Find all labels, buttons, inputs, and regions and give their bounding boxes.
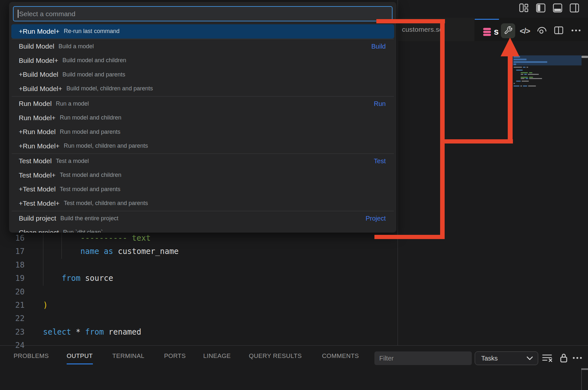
panel-scrollbar-track[interactable] xyxy=(581,368,582,390)
minimap-code-bar xyxy=(521,77,528,78)
panel-tab-comments[interactable]: COMMENTS xyxy=(322,352,359,363)
palette-item[interactable]: +Build Model+Build model, children and p… xyxy=(11,82,394,96)
code-line: 17 name as customer_name xyxy=(0,245,356,258)
line-number: 22 xyxy=(0,312,25,325)
customize-layout-icon[interactable] xyxy=(519,3,529,13)
palette-item-badge: Build xyxy=(372,43,394,50)
line-number: 19 xyxy=(0,272,25,285)
palette-item-description: Test a model xyxy=(56,158,89,165)
minimap[interactable] xyxy=(512,55,582,98)
more-actions-icon[interactable] xyxy=(571,26,582,34)
editor-scrollbar-thumb[interactable] xyxy=(582,56,588,58)
minimap-code-bar xyxy=(520,86,522,86)
palette-item-label: Clean project xyxy=(19,229,59,233)
split-editor-icon[interactable] xyxy=(554,26,563,34)
palette-item-description: Run model, children and parents xyxy=(64,143,148,149)
palette-item[interactable]: Test Model+Test model and children xyxy=(11,168,394,182)
toggle-panel-icon[interactable] xyxy=(553,3,562,13)
palette-item[interactable]: Test ModelTest a modelTest xyxy=(11,154,394,168)
wrench-icon xyxy=(504,26,513,36)
minimap-code-bar xyxy=(524,74,527,75)
panel-tab-problems[interactable]: PROBLEMS xyxy=(14,352,49,363)
clear-output-icon[interactable] xyxy=(542,353,553,364)
palette-item[interactable]: +Build ModelBuild model and parents xyxy=(11,68,394,82)
panel-tab-query-results[interactable]: QUERY RESULTS xyxy=(249,352,302,363)
panel-scrollbar-thumb[interactable] xyxy=(581,368,588,370)
dbt-database-icon[interactable] xyxy=(483,27,491,37)
palette-item-description: Build a model xyxy=(59,43,94,50)
palette-item[interactable]: Build Model+Build model and children xyxy=(11,53,394,68)
palette-item-label: +Build Model+ xyxy=(19,85,62,93)
editor-group-divider xyxy=(397,0,398,345)
minimap-code-bar xyxy=(521,74,523,75)
palette-item-label: +Test Model xyxy=(19,185,56,193)
command-list: +Run Model+Re-run last commandBuild Mode… xyxy=(9,24,396,233)
palette-item[interactable]: +Run ModelRun model and parents xyxy=(11,125,394,139)
toggle-sidebar-icon[interactable] xyxy=(536,3,546,13)
dbt-s-label: s xyxy=(494,27,499,37)
line-number: 18 xyxy=(0,258,25,272)
palette-item[interactable]: +Test ModelTest model and parents xyxy=(11,182,394,197)
dbt-build-actions-button[interactable] xyxy=(501,23,515,38)
minimap-code-bar xyxy=(514,67,522,68)
line-number: 20 xyxy=(0,285,25,299)
code-text: select * from renamed xyxy=(43,326,141,339)
minimap-code-bar xyxy=(516,81,521,82)
code-editor: 16 ---------- text17 name as customer_na… xyxy=(0,232,356,352)
minimap-code-bar xyxy=(521,72,528,73)
compiled-code-icon[interactable]: </> xyxy=(520,27,530,36)
palette-item[interactable]: +Run Model+Run model, children and paren… xyxy=(11,139,394,153)
annotation-line xyxy=(376,19,445,23)
minimap-selection-block xyxy=(512,55,582,65)
code-text: ---------- text xyxy=(43,232,150,245)
minimap-code-bar xyxy=(526,78,528,79)
palette-item-label: Test Model xyxy=(19,157,52,165)
panel-tab-terminal[interactable]: TERMINAL xyxy=(112,352,144,363)
palette-item-description: Test model and children xyxy=(60,172,121,178)
palette-group-divider xyxy=(12,96,394,97)
code-line: 20 xyxy=(0,285,356,299)
minimap-selection-bar xyxy=(514,61,547,63)
panel-tab-lineage[interactable]: LINEAGE xyxy=(203,352,231,363)
palette-item[interactable]: Build projectBuild the entire projectPro… xyxy=(11,212,394,226)
tasks-dropdown[interactable]: Tasks xyxy=(475,351,538,365)
palette-item-description: Run model and children xyxy=(60,114,121,121)
indent-guide xyxy=(43,232,43,286)
command-input[interactable]: Select a command xyxy=(13,6,393,21)
line-number: 16 xyxy=(0,232,25,245)
palette-item[interactable]: Run ModelRun a modelRun xyxy=(11,97,394,111)
command-palette: Select a command +Run Model+Re-run last … xyxy=(9,2,396,233)
palette-item-description: Run a model xyxy=(56,100,89,107)
palette-item-badge: Project xyxy=(366,215,394,222)
palette-item-description: Run `dbt clean` xyxy=(63,229,103,233)
palette-item-label: Build project xyxy=(19,214,56,222)
lock-icon[interactable] xyxy=(559,353,568,365)
palette-item[interactable]: +Test Model+Test model, children and par… xyxy=(11,196,394,211)
palette-item[interactable]: Clean projectRun `dbt clean` xyxy=(11,225,394,233)
palette-item-label: Run Model+ xyxy=(19,114,56,122)
active-tab-indicator xyxy=(475,19,499,20)
palette-item-description: Test model, children and parents xyxy=(64,200,148,207)
palette-item[interactable]: Build ModelBuild a modelBuild xyxy=(11,40,394,54)
code-line: 16 ---------- text xyxy=(0,232,356,245)
palette-item-label: +Build Model xyxy=(19,71,58,78)
minimap-code-bar xyxy=(523,67,526,68)
minimap-code-bar xyxy=(527,67,528,68)
query-preview-icon[interactable] xyxy=(537,26,547,35)
panel-tab-output[interactable]: OUTPUT xyxy=(67,352,93,364)
annotation-line xyxy=(440,19,445,239)
text-caret xyxy=(18,10,18,18)
palette-item-description: Test model and parents xyxy=(60,186,120,193)
filter-input[interactable]: Filter xyxy=(374,351,472,365)
palette-item-label: +Test Model+ xyxy=(19,200,60,207)
palette-item[interactable]: Run Model+Run model and children xyxy=(11,111,394,125)
toggle-secondary-sidebar-icon[interactable] xyxy=(570,3,579,13)
palette-item-label: Run Model xyxy=(19,100,52,108)
indent-guide xyxy=(61,232,62,259)
panel-tab-ports[interactable]: PORTS xyxy=(164,352,186,363)
code-line: 22 xyxy=(0,312,356,325)
panel-more-actions-icon[interactable] xyxy=(572,354,583,363)
minimap-selection-bar xyxy=(514,59,527,60)
palette-item-description: Build model and parents xyxy=(62,71,125,78)
palette-item[interactable]: +Run Model+Re-run last command xyxy=(11,24,394,39)
